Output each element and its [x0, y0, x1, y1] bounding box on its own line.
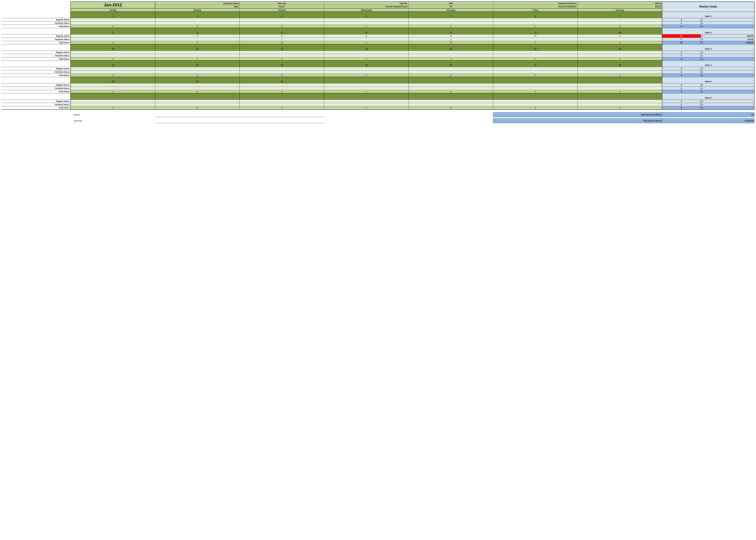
regular-cell[interactable]	[578, 18, 662, 21]
regular-cell[interactable]	[493, 18, 578, 21]
regular-cell[interactable]	[324, 99, 409, 103]
regular-cell[interactable]	[409, 99, 493, 103]
regular-cell[interactable]	[71, 51, 155, 54]
row-label-total: Total Hours	[2, 73, 71, 77]
norm-hours[interactable]: 40	[409, 5, 493, 8]
overtime-cell[interactable]	[324, 103, 409, 106]
overtime-cell[interactable]	[324, 70, 409, 73]
overtime-cell[interactable]	[493, 54, 578, 57]
overtime-cell[interactable]	[578, 103, 662, 106]
regular-cell[interactable]	[71, 67, 155, 70]
overtime-cell[interactable]	[493, 38, 578, 41]
regular-cell[interactable]	[240, 67, 324, 70]
regular-cell[interactable]	[409, 67, 493, 70]
regular-cell[interactable]	[71, 18, 155, 21]
date-cell	[493, 93, 578, 99]
regular-cell[interactable]: 8	[155, 34, 240, 38]
overtime-cell[interactable]	[409, 70, 493, 73]
overtime-cell[interactable]	[240, 21, 324, 25]
ot-rate[interactable]: $30.00	[578, 5, 662, 8]
regular-cell[interactable]: 4	[578, 34, 662, 38]
regular-cell[interactable]	[578, 67, 662, 70]
regular-cell[interactable]	[409, 51, 493, 54]
regular-cell[interactable]: 8	[493, 34, 578, 38]
regular-cell[interactable]	[493, 83, 578, 86]
regular-cell[interactable]	[155, 83, 240, 86]
regular-cell[interactable]	[155, 67, 240, 70]
overtime-cell[interactable]	[324, 21, 409, 25]
regular-cell[interactable]	[71, 83, 155, 86]
overtime-cell[interactable]	[155, 21, 240, 25]
regular-cell[interactable]	[240, 51, 324, 54]
regular-cell[interactable]	[493, 67, 578, 70]
overtime-cell[interactable]	[324, 54, 409, 57]
overtime-cell[interactable]	[493, 70, 578, 73]
regular-cell[interactable]	[324, 67, 409, 70]
overtime-cell[interactable]	[324, 38, 409, 41]
overtime-cell[interactable]	[578, 70, 662, 73]
overtime-cell[interactable]	[71, 54, 155, 57]
emp-name[interactable]: John Doe	[240, 2, 324, 5]
staff-no[interactable]: 1234	[409, 2, 493, 5]
regular-cell[interactable]: 8	[409, 34, 493, 38]
overtime-cell[interactable]	[493, 21, 578, 25]
regular-cell[interactable]	[240, 18, 324, 21]
regular-cell[interactable]	[493, 99, 578, 103]
regular-cell[interactable]	[578, 99, 662, 103]
overtime-cell[interactable]: 2	[409, 38, 493, 41]
regular-cell[interactable]: 8	[324, 34, 409, 38]
overtime-cell[interactable]	[240, 86, 324, 90]
overtime-cell[interactable]	[155, 70, 240, 73]
regular-cell[interactable]	[578, 51, 662, 54]
total-cell: 0	[240, 73, 324, 77]
regular-cell[interactable]	[240, 83, 324, 86]
overtime-cell[interactable]	[578, 54, 662, 57]
overtime-cell[interactable]	[71, 86, 155, 90]
overtime-cell[interactable]	[155, 54, 240, 57]
regular-cell[interactable]	[578, 83, 662, 86]
regular-cell[interactable]	[240, 99, 324, 103]
overtime-cell[interactable]	[409, 103, 493, 106]
overtime-cell[interactable]	[578, 21, 662, 25]
signed-line[interactable]	[155, 112, 324, 117]
overtime-cell[interactable]	[578, 38, 662, 41]
dept[interactable]: Admin.	[240, 5, 324, 8]
overtime-cell[interactable]	[240, 70, 324, 73]
day-sun: Sunday	[71, 8, 155, 12]
overtime-cell[interactable]	[578, 86, 662, 90]
overtime-cell[interactable]	[493, 86, 578, 90]
overtime-cell[interactable]	[409, 21, 493, 25]
overtime-cell[interactable]	[409, 54, 493, 57]
regular-cell[interactable]	[155, 18, 240, 21]
overtime-cell[interactable]: 2	[240, 38, 324, 41]
overtime-cell[interactable]	[71, 103, 155, 106]
overtime-cell[interactable]	[409, 86, 493, 90]
regular-cell[interactable]	[409, 83, 493, 86]
std-rate[interactable]: $20.00	[578, 2, 662, 5]
overtime-cell[interactable]	[155, 103, 240, 106]
overtime-cell[interactable]	[71, 21, 155, 25]
overtime-cell[interactable]	[71, 38, 155, 41]
regular-cell[interactable]: 8	[240, 34, 324, 38]
regular-cell[interactable]	[324, 18, 409, 21]
overtime-cell[interactable]	[155, 86, 240, 90]
total-row: Total Hours00000000-	[2, 90, 754, 93]
date-cell	[324, 77, 409, 83]
overtime-cell[interactable]	[71, 70, 155, 73]
regular-cell[interactable]	[324, 51, 409, 54]
overtime-cell[interactable]	[493, 103, 578, 106]
regular-cell[interactable]	[409, 18, 493, 21]
regular-cell[interactable]	[71, 34, 155, 38]
overtime-cell[interactable]	[324, 86, 409, 90]
regular-cell[interactable]	[71, 99, 155, 103]
overtime-cell[interactable]	[155, 38, 240, 41]
regular-cell[interactable]	[493, 51, 578, 54]
regular-cell[interactable]	[155, 99, 240, 103]
regular-cell[interactable]	[324, 83, 409, 86]
date-cell: 14	[578, 28, 662, 34]
approved-line[interactable]	[155, 119, 324, 123]
overtime-cell[interactable]	[240, 103, 324, 106]
wt-money: -	[700, 99, 754, 103]
overtime-cell[interactable]	[240, 54, 324, 57]
regular-cell[interactable]	[155, 51, 240, 54]
